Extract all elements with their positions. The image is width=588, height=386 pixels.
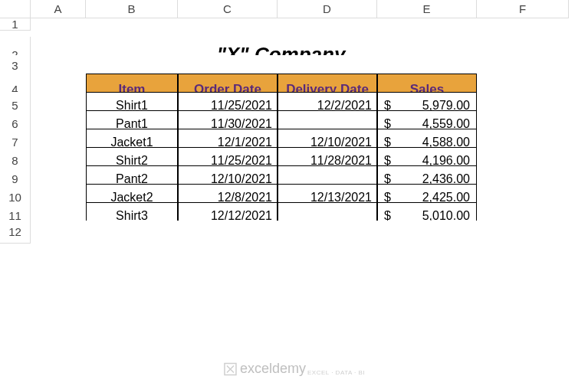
cell-b12[interactable] xyxy=(86,221,178,244)
col-header-b[interactable]: B xyxy=(86,0,178,18)
cell-c1[interactable] xyxy=(178,18,278,31)
cell-d12[interactable] xyxy=(278,221,377,244)
row-header-1[interactable]: 1 xyxy=(0,18,31,31)
cell-e1[interactable] xyxy=(377,18,477,31)
watermark-text: exceldemy xyxy=(240,361,306,377)
cell-c12[interactable] xyxy=(178,221,278,244)
col-header-c[interactable]: C xyxy=(178,0,278,18)
watermark-sub: EXCEL · DATA · BI xyxy=(307,369,365,376)
cell-a1[interactable] xyxy=(31,18,86,31)
col-header-a[interactable]: A xyxy=(31,0,86,18)
col-header-f[interactable]: F xyxy=(477,0,569,18)
cell-e12[interactable] xyxy=(377,221,477,244)
corner-cell xyxy=(0,0,31,18)
cell-a12[interactable] xyxy=(31,221,86,244)
col-header-d[interactable]: D xyxy=(278,0,377,18)
col-header-e[interactable]: E xyxy=(377,0,477,18)
cell-f1[interactable] xyxy=(477,18,569,31)
spreadsheet-grid: A B C D E F 1 2 "X" Company 3 4 Item Ord… xyxy=(0,0,588,239)
cell-d1[interactable] xyxy=(278,18,377,31)
watermark: exceldemy EXCEL · DATA · BI xyxy=(223,361,365,377)
row-header-12[interactable]: 12 xyxy=(0,221,31,244)
watermark-icon xyxy=(223,362,237,376)
cell-b1[interactable] xyxy=(86,18,178,31)
cell-f12[interactable] xyxy=(477,221,569,244)
